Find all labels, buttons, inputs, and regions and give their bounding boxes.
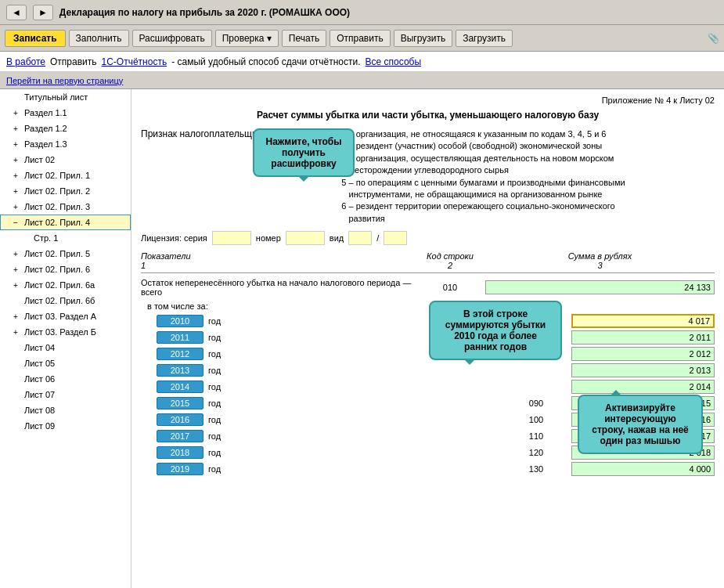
proverka-button[interactable]: Проверка (215, 30, 279, 47)
expand-icon: + (13, 109, 21, 117)
god-label: год (204, 382, 477, 391)
year-button[interactable]: 2012 (157, 348, 204, 360)
otpravit-button[interactable]: Отправить (330, 30, 391, 47)
sidebar-item-titulny[interactable]: Титульный лист (0, 89, 131, 105)
otchetnost-link[interactable]: 1С-Отчётность (102, 56, 167, 67)
zapolnit-button[interactable]: Заполнить (69, 30, 129, 47)
sidebar-item-list05[interactable]: Лист 05 (0, 355, 131, 371)
main-row-label: Остаток неперенесённого убытка на начало… (141, 278, 415, 297)
forward-button[interactable]: ► (33, 5, 53, 20)
expand-icon: + (13, 140, 21, 149)
expand-icon: + (13, 124, 21, 133)
row-value[interactable]: 2 012 (571, 347, 715, 361)
row-value[interactable]: 2 013 (571, 363, 715, 377)
year-button[interactable]: 2011 (157, 331, 204, 344)
year-button[interactable]: 2013 (157, 364, 204, 377)
year-row[interactable]: 2013год2 013 (141, 363, 715, 377)
year-row[interactable]: 2014год2 014 (141, 380, 715, 394)
year-row[interactable]: 2010год0404 017 (141, 314, 715, 328)
year-button[interactable]: 2014 (157, 381, 204, 393)
pechat-button[interactable]: Печать (282, 30, 326, 47)
status-link[interactable]: В работе (6, 56, 45, 67)
sidebar-item-list02pril6b[interactable]: Лист 02. Прил. 6б (0, 293, 131, 308)
licenziya-seriya-field[interactable] (212, 231, 251, 245)
row-code: 090 (501, 399, 571, 408)
licenziya-nomer-field[interactable] (286, 231, 325, 245)
sidebar-item-label: Лист 02. Прил. 4 (24, 218, 90, 227)
sidebar-item-list04[interactable]: Лист 04 (0, 340, 131, 355)
main-row-value[interactable]: 24 133 (485, 280, 715, 294)
sidebar-item-label: Лист 03. Раздел Б (24, 327, 96, 337)
row-value[interactable]: 4 017 (571, 314, 715, 328)
year-button[interactable]: 2017 (157, 430, 204, 442)
pervaya-link[interactable]: Перейти на первую страницу (6, 76, 123, 85)
row-code: 130 (501, 464, 571, 474)
sidebar-item-list09[interactable]: Лист 09 (0, 418, 131, 434)
toolbar: Записать Заполнить Расшифровать Проверка… (0, 25, 724, 52)
zapisat-button[interactable]: Записать (5, 30, 66, 47)
god-label: год (204, 448, 477, 457)
main-layout: Титульный лист + Раздел 1.1 + Раздел 1.2… (0, 89, 724, 588)
year-row[interactable]: 2019год1304 000 (141, 462, 715, 476)
sidebar-item-razdel11[interactable]: + Раздел 1.1 (0, 105, 131, 121)
licenziya-vid2-field[interactable] (384, 231, 407, 245)
sidebar-item-label: Раздел 1.3 (24, 139, 67, 149)
sidebar: Титульный лист + Раздел 1.1 + Раздел 1.2… (0, 89, 131, 588)
col-header-3: Сумма в рублях3 (485, 251, 715, 270)
sidebar-item-list02pril4[interactable]: − Лист 02. Прил. 4 (0, 215, 131, 230)
status-bar: В работе Отправить 1С-Отчётность - самый… (0, 52, 724, 72)
year-button[interactable]: 2018 (157, 446, 204, 459)
window-title: Декларация по налогу на прибыль за 2020 … (59, 7, 718, 18)
back-button[interactable]: ◄ (6, 5, 27, 20)
sidebar-item-label: Раздел 1.2 (24, 124, 67, 133)
sidebar-item-list02pril2[interactable]: + Лист 02. Прил. 2 (0, 183, 131, 199)
sidebar-item-label: Лист 02. Прил. 6 (24, 265, 90, 274)
sidebar-item-razdel12[interactable]: + Раздел 1.2 (0, 121, 131, 136)
year-button[interactable]: 2015 (157, 397, 204, 409)
god-label: год (204, 431, 477, 441)
sidebar-item-razdel13[interactable]: + Раздел 1.3 (0, 136, 131, 152)
sidebar-item-list03razdela[interactable]: + Лист 03. Раздел А (0, 308, 131, 324)
priznak-row: Признак налогоплательщика (код) 1 1 – ор… (141, 128, 715, 225)
sidebar-item-list02pril3[interactable]: + Лист 02. Прил. 3 (0, 199, 131, 215)
vse-sposoby-link[interactable]: Все способы (366, 56, 422, 67)
sidebar-item-list02[interactable]: + Лист 02 (0, 152, 131, 168)
sidebar-item-label: Титульный лист (24, 92, 88, 102)
otpravit-label: Отправить (50, 56, 97, 67)
nav-bar: Перейти на первую страницу (0, 72, 724, 89)
priznak-info: 1 – организация, не относящаяся к указан… (341, 128, 625, 225)
main-row-code: 010 (415, 283, 485, 292)
sidebar-item-label: Лист 05 (24, 359, 55, 368)
doc-subtitle: Расчет суммы убытка или части убытка, ум… (141, 110, 715, 121)
row-code: 100 (501, 415, 571, 424)
year-button[interactable]: 2016 (157, 413, 204, 426)
sidebar-item-list08[interactable]: Лист 08 (0, 402, 131, 418)
year-row[interactable]: 2011год0502 011 (141, 330, 715, 345)
year-row[interactable]: 2012год2 012 (141, 347, 715, 361)
main-data-row[interactable]: Остаток неперенесённого убытка на начало… (141, 278, 715, 297)
expand-icon: + (13, 328, 21, 337)
sidebar-item-list02pril6[interactable]: + Лист 02. Прил. 6 (0, 262, 131, 277)
sidebar-item-list02pril1[interactable]: + Лист 02. Прил. 1 (0, 168, 131, 183)
licenziya-vid-field[interactable] (348, 231, 372, 245)
expand-icon: + (13, 203, 21, 211)
year-button[interactable]: 2019 (157, 463, 204, 475)
clip-icon[interactable]: 📎 (708, 33, 719, 44)
row-value[interactable]: 4 000 (571, 462, 715, 476)
expand-icon: + (13, 281, 21, 290)
sidebar-item-list03razdelb[interactable]: + Лист 03. Раздел Б (0, 324, 131, 340)
zagruzit-button[interactable]: Загрузить (456, 30, 513, 47)
row-value[interactable]: 2 011 (571, 330, 715, 345)
sidebar-item-label: Лист 03. Раздел А (24, 312, 96, 321)
year-button[interactable]: 2010 (157, 315, 204, 327)
sidebar-item-list02pril6a[interactable]: + Лист 02. Прил. 6а (0, 277, 131, 293)
vid-label: вид (330, 233, 344, 243)
sidebar-item-list02pril5[interactable]: + Лист 02. Прил. 5 (0, 246, 131, 262)
sidebar-item-list07[interactable]: Лист 07 (0, 387, 131, 402)
sidebar-item-str1[interactable]: Стр. 1 (0, 230, 131, 246)
sidebar-item-list06[interactable]: Лист 06 (0, 371, 131, 387)
rasshifrovat-button[interactable]: Расшифровать (132, 30, 212, 47)
sidebar-item-label: Лист 02. Прил. 2 (24, 186, 90, 196)
row-value[interactable]: 2 014 (571, 380, 715, 394)
vygruzit-button[interactable]: Выгрузить (394, 30, 453, 47)
